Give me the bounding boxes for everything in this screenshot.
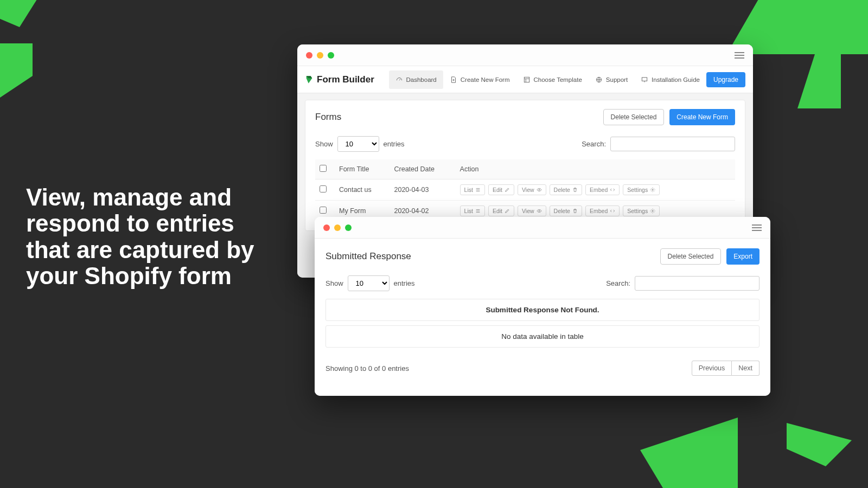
nav-label: Dashboard [406,76,437,83]
svg-point-3 [539,189,540,190]
code-icon [610,187,615,192]
decor-shape [0,43,33,98]
nav-create-form[interactable]: Create New Form [443,70,516,89]
code-icon [610,208,615,214]
card-header: Submitted Response Delete Selected Expor… [326,248,760,265]
window-body: Submitted Response Delete Selected Expor… [315,239,770,396]
svg-point-6 [652,210,654,212]
edit-button[interactable]: Edit [488,184,514,195]
list-button[interactable]: List [460,184,485,195]
cell-date: 2020-04-03 [390,179,456,201]
col-action: Action [456,159,735,179]
eye-icon [537,208,542,214]
app-header: Form Builder Dashboard Create New Form C… [297,66,753,93]
main-nav: Dashboard Create New Form Choose Templat… [389,70,746,89]
template-icon [523,76,531,84]
zoom-icon[interactable] [345,224,352,231]
settings-button[interactable]: Settings [623,206,660,216]
delete-button[interactable]: Delete [550,184,582,195]
upgrade-button[interactable]: Upgrade [706,72,745,87]
entries-label: entries [394,279,415,287]
titlebar [315,217,770,239]
page-size-select[interactable]: 10 [337,136,379,152]
empty-state-title: Submitted Response Not Found. [326,299,760,321]
cell-title: Contact us [335,179,390,201]
trash-icon [572,208,578,214]
export-button[interactable]: Export [726,248,760,265]
forms-table: Form Title Created Date Action Contact u… [315,159,735,222]
list-icon [475,208,481,214]
settings-button[interactable]: Settings [623,184,660,195]
table-controls: Show 10 entries Search: [315,136,735,152]
list-button[interactable]: List [460,206,485,216]
window-controls [306,52,334,59]
nav-label: Support [606,76,628,83]
view-button[interactable]: View [518,184,546,195]
svg-point-4 [652,189,654,191]
presentation-icon [641,76,648,84]
minimize-icon[interactable] [317,52,323,59]
entries-label: entries [384,140,405,148]
table-row: Contact us 2020-04-03 List Edit View Del… [315,179,735,201]
empty-state-subtitle: No data available in table [326,325,760,348]
show-label: Show [326,279,343,287]
decor-shape [640,418,738,488]
brand: Form Builder [305,74,374,85]
show-label: Show [315,140,333,148]
pencil-icon [505,208,510,214]
select-all-checkbox[interactable] [320,165,327,172]
card-actions: Delete Selected Export [660,248,760,265]
row-actions: List Edit View Delete Embed Settings [460,184,731,195]
nav-dashboard[interactable]: Dashboard [389,70,443,89]
nav-support[interactable]: Support [589,70,634,89]
hamburger-icon[interactable] [752,224,762,231]
gear-icon [650,187,655,192]
svg-point-5 [539,210,540,211]
close-icon[interactable] [323,224,330,231]
view-button[interactable]: View [518,206,546,216]
trash-icon [572,187,578,192]
card-title: Forms [315,112,341,123]
globe-icon [595,76,603,84]
delete-button[interactable]: Delete [550,206,582,216]
card-title: Submitted Response [326,251,411,262]
search-input[interactable] [610,137,735,151]
window-controls [323,224,352,231]
forms-card: Forms Delete Selected Create New Form Sh… [305,100,745,231]
nav-label: Installation Guide [652,76,700,83]
zoom-icon[interactable] [328,52,334,59]
hamburger-icon[interactable] [735,52,744,59]
decor-shape [0,0,43,27]
gear-icon [650,208,655,214]
decor-shape [797,54,841,108]
eye-icon [537,187,542,192]
row-checkbox[interactable] [320,207,327,214]
titlebar [297,44,753,66]
minimize-icon[interactable] [334,224,341,231]
next-button[interactable]: Next [732,361,760,376]
row-checkbox[interactable] [320,185,327,192]
close-icon[interactable] [306,52,312,59]
table-footer: Showing 0 to 0 of 0 entries Previous Nex… [326,361,760,376]
prev-button[interactable]: Previous [692,361,732,376]
nav-installation-guide[interactable]: Installation Guide [634,70,706,89]
svg-rect-2 [642,77,647,80]
embed-button[interactable]: Embed [585,184,620,195]
pencil-icon [505,187,510,192]
edit-button[interactable]: Edit [488,206,514,216]
delete-selected-button[interactable]: Delete Selected [660,248,722,265]
brand-logo-icon [305,75,314,84]
search-label: Search: [606,279,630,287]
brand-name: Form Builder [317,74,374,85]
search-label: Search: [582,140,606,148]
create-new-form-button[interactable]: Create New Form [669,109,735,125]
table-controls: Show 10 entries Search: [326,275,760,291]
search-input[interactable] [635,276,760,291]
delete-selected-button[interactable]: Delete Selected [603,109,665,125]
nav-choose-template[interactable]: Choose Template [516,70,589,89]
nav-label: Create New Form [461,76,510,83]
row-actions: List Edit View Delete Embed Settings [460,206,731,216]
embed-button[interactable]: Embed [585,206,620,216]
page-size-select[interactable]: 10 [348,275,390,291]
col-date: Created Date [390,159,456,179]
